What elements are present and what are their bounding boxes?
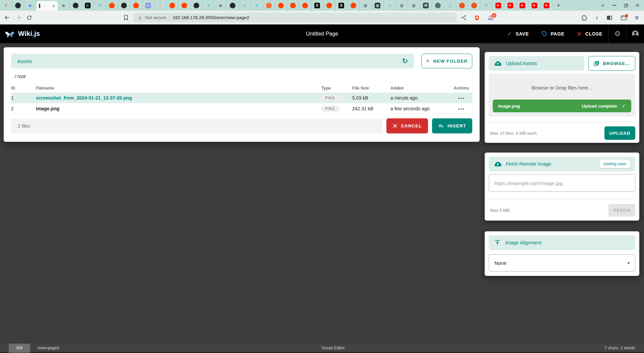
refresh-icon[interactable]: ↻	[402, 57, 408, 65]
upload-header-bar: Upload Assets	[489, 56, 584, 71]
asset-row[interactable]: 1screenshot_from_2024-01-21_12-37-20.png…	[11, 93, 472, 103]
pinned-tab-x-org[interactable]: X	[0, 0, 12, 11]
extensions-puzzle-icon[interactable]	[581, 15, 587, 21]
type-badge: PNG	[321, 106, 339, 112]
sidebar-toggle-icon[interactable]	[606, 15, 612, 20]
remote-image-url-input[interactable]	[489, 174, 635, 192]
pinned-tab-youtube[interactable]: ▶	[492, 0, 504, 11]
pinned-tab-reddit[interactable]	[287, 0, 299, 11]
pinned-tab-wikijs-butterfly[interactable]: X	[94, 0, 106, 11]
asset-actions-button[interactable]: •••	[458, 106, 472, 111]
pinned-tab-reddit-light[interactable]	[263, 0, 275, 11]
new-folder-button[interactable]: + NEW FOLDER	[421, 54, 472, 68]
browse-button[interactable]: BROWSE...	[588, 56, 635, 71]
minimize-button[interactable]	[612, 5, 616, 6]
pinned-tab-github[interactable]	[227, 0, 239, 11]
divider	[489, 122, 635, 122]
pinned-tab-reddit[interactable]	[275, 0, 287, 11]
pinned-tab-scissors-blue[interactable]: X	[203, 0, 215, 11]
pinned-tab-reddit[interactable]	[178, 0, 191, 11]
pinned-tab-orange-dot[interactable]	[456, 0, 468, 11]
new-tab-button[interactable]: +	[553, 0, 564, 11]
assets-title: Assets	[17, 58, 32, 64]
pinned-tab-bracket[interactable]: [	[444, 0, 456, 11]
pinned-tab-search[interactable]: ○	[384, 0, 396, 11]
alignment-select[interactable]: None ▾	[489, 254, 635, 272]
pinned-tab-stack-overflow[interactable]: ≡	[154, 0, 166, 11]
plus-icon: +	[426, 58, 430, 65]
menu-hamburger-icon[interactable]: ≡	[635, 14, 639, 21]
tab-search-chevron-icon[interactable]	[600, 3, 605, 8]
forward-button[interactable]	[15, 14, 21, 21]
active-tab[interactable]: ×	[36, 1, 58, 11]
close-window-button[interactable]: ×	[636, 2, 639, 9]
fetch-button[interactable]: FETCH	[608, 204, 635, 217]
pinned-tab-blue-diamond[interactable]: ◆	[24, 0, 36, 11]
close-editor-button[interactable]: CLOSE	[571, 24, 608, 43]
upload-button[interactable]: UPLOAD	[604, 126, 635, 140]
asset-row[interactable]: 2image.pngPNG242.31 kBa few seconds ago•…	[11, 103, 472, 114]
pinned-tab-dark-circle[interactable]	[432, 0, 444, 11]
adblock-extension-icon[interactable]: 2	[487, 15, 494, 21]
back-button[interactable]	[4, 14, 10, 21]
scissors-blue-favicon: X	[206, 3, 211, 8]
github-favicon	[194, 3, 199, 8]
browser-update-icon[interactable]	[621, 15, 627, 20]
pinned-tab-reddit[interactable]	[347, 0, 360, 11]
pinned-tab-github[interactable]	[70, 0, 82, 11]
pinned-tab-chart-dark[interactable]: ▥	[396, 0, 408, 11]
account-button[interactable]	[627, 24, 644, 43]
col-type: Type	[321, 86, 352, 91]
pinned-tab-chart-dark[interactable]: ▥	[360, 0, 372, 11]
pinned-tab-globe[interactable]: ◉	[215, 0, 227, 11]
brave-shield-icon[interactable]	[474, 15, 480, 21]
asset-actions-button[interactable]: •••	[458, 96, 472, 101]
cloud-upload-icon	[494, 60, 501, 67]
pinned-tab-globe[interactable]: ◉	[58, 0, 70, 11]
pinned-tab-scissors-blue[interactable]: X	[239, 0, 251, 11]
pinned-tab-u-gray[interactable]: U	[480, 0, 492, 11]
pinned-tab-orange-dot[interactable]	[468, 0, 480, 11]
pinned-tab-reddit[interactable]	[323, 0, 335, 11]
pinned-tab-reddit[interactable]	[299, 0, 311, 11]
pinned-tab-reddit[interactable]	[106, 0, 118, 11]
save-button[interactable]: ✓ SAVE	[501, 24, 535, 43]
dropzone[interactable]: Browse or Drop files here... image.png U…	[489, 73, 635, 116]
pinned-tab-x-black[interactable]: X	[311, 0, 323, 11]
pinned-tab-m-dark[interactable]: M	[420, 0, 432, 11]
pinned-tab-youtube[interactable]: ▶	[541, 0, 553, 11]
close-x-icon	[577, 31, 582, 37]
pinned-tab-reddit[interactable]	[166, 0, 178, 11]
pinned-tab-reddit[interactable]	[130, 0, 142, 11]
share-icon[interactable]	[461, 15, 467, 20]
pinned-tab-chart-dark[interactable]: ▥	[408, 0, 420, 11]
tab-close-icon[interactable]: ×	[52, 4, 55, 8]
reddit-favicon	[278, 3, 284, 8]
pinned-tab-github[interactable]	[118, 0, 130, 11]
pinned-tab-terminal-dark[interactable]: C	[82, 0, 94, 11]
address-bar[interactable]: ⚠ Not secure 192.168.178.26:3000/e/en/ne…	[133, 13, 457, 22]
music-note-icon[interactable]: ♪	[595, 14, 598, 21]
cancel-button[interactable]: CANCEL	[386, 118, 428, 133]
pinned-tab-youtube[interactable]: ▶	[529, 0, 541, 11]
asset-added: a few seconds ago	[390, 106, 449, 111]
asset-type: PNG	[321, 95, 352, 101]
cloud-download-icon	[494, 160, 501, 168]
globe-favicon: ◉	[218, 3, 223, 8]
file-count: 2 files	[18, 123, 30, 129]
restore-button[interactable]	[624, 3, 628, 8]
locale-badge[interactable]: EN	[9, 344, 30, 353]
pinned-tab-youtube[interactable]: ▶	[504, 0, 517, 11]
settings-button[interactable]: ⚙	[609, 24, 626, 43]
pinned-tab-github[interactable]	[12, 0, 24, 11]
bookmark-icon[interactable]	[123, 15, 128, 20]
pinned-tab-github[interactable]	[191, 0, 203, 11]
insert-button[interactable]: INSERT	[432, 118, 472, 133]
pinned-tab-jc-purple[interactable]: jc	[142, 0, 154, 11]
pinned-tab-youtube[interactable]: ▶	[517, 0, 529, 11]
pinned-tab-x-black[interactable]: X	[335, 0, 347, 11]
reload-button[interactable]	[26, 15, 32, 21]
pinned-tab-film-dark[interactable]: ▦	[372, 0, 384, 11]
pinned-tab-scissors-blue[interactable]: X	[251, 0, 263, 11]
page-properties-button[interactable]: PAGE	[535, 24, 571, 43]
